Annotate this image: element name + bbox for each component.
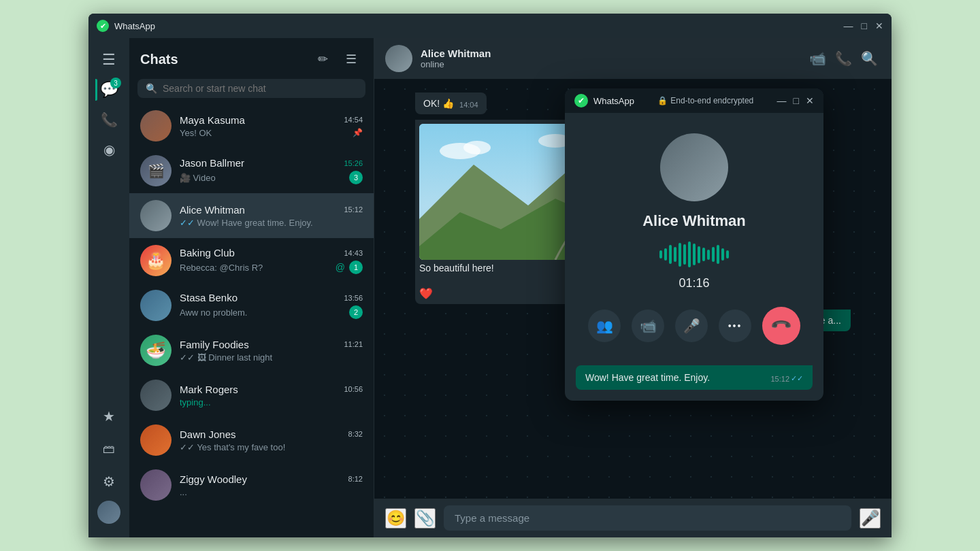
end-call-icon: 📞 [770, 314, 794, 338]
participants-icon: 👥 [596, 318, 613, 334]
star-icon: ★ [103, 408, 115, 424]
chat-time: 11:21 [344, 340, 363, 348]
call-titlebar-controls: — □ ✕ [777, 96, 814, 105]
call-video-button[interactable]: 📹 [632, 310, 664, 342]
chat-list: Maya Kasuma 14:54 Yes! OK 📌 🎬 [129, 103, 374, 537]
contact-avatar [385, 45, 412, 72]
user-avatar[interactable] [97, 501, 120, 524]
chat-item-alice[interactable]: Alice Whitman 15:12 ✓✓ Wow! Have great t… [129, 193, 374, 238]
call-message-time-value: 15:12 [770, 375, 789, 383]
wave-bar [717, 245, 719, 264]
attach-button[interactable]: 📎 [414, 508, 436, 529]
voice-call-button[interactable]: 📞 [832, 47, 855, 70]
filter-button[interactable]: ☰ [340, 48, 363, 71]
sidebar-bottom: ★ 🗃 ⚙ [95, 403, 122, 529]
search-messages-button[interactable]: 🔍 [858, 47, 881, 70]
titlebar-left: ✔ WhatsApp [97, 20, 155, 32]
chat-avatar-mark [140, 380, 172, 411]
chat-item-jason[interactable]: 🎬 Jason Ballmer 15:26 🎥 Video 3 [129, 148, 374, 193]
chat-item-family[interactable]: 🍜 Family Foodies 11:21 ✓✓ 🖼 Dinner last … [129, 328, 374, 373]
chat-time: 8:12 [348, 475, 363, 483]
wave-bar [693, 244, 696, 265]
menu-icon-button[interactable]: ☰ [95, 46, 122, 73]
chat-item-ziggy[interactable]: Ziggy Woodley 8:12 ... [129, 463, 374, 507]
chat-name-row: Mark Rogers 10:56 [180, 384, 363, 395]
chat-avatar-jason: 🎬 [140, 155, 172, 186]
wave-bar [659, 250, 662, 258]
chat-item-dawn[interactable]: Dawn Jones 8:32 ✓✓ Yes that's my fave to… [129, 418, 374, 463]
edit-icon: ✏ [318, 52, 328, 67]
call-mute-button[interactable]: 🎤 [675, 310, 708, 342]
chat-avatar-ziggy [140, 469, 172, 501]
chat-item-stasa[interactable]: Stasa Benko 13:56 Aww no problem. 2 [129, 283, 374, 328]
chat-name: Ziggy Woodley [180, 473, 247, 485]
chat-preview-row: Rebecca: @Chris R? @ 1 [180, 261, 363, 274]
participants-button[interactable]: 👥 [588, 310, 621, 342]
chat-info-maya: Maya Kasuma 14:54 Yes! OK 📌 [180, 114, 363, 138]
close-button[interactable]: ✕ [875, 21, 883, 31]
call-close-button[interactable]: ✕ [806, 96, 814, 105]
unread-badge: 1 [349, 261, 363, 274]
sidebar-top: ☰ 💬 3 📞 ◉ [95, 46, 122, 397]
chat-name: Family Foodies [180, 339, 249, 350]
settings-button[interactable]: ⚙ [95, 468, 122, 495]
mention-badge: @ [336, 262, 345, 273]
call-maximize-button[interactable]: □ [794, 96, 799, 105]
topbar-icons: 📹 📞 🔍 [806, 47, 881, 70]
end-call-button[interactable]: 📞 [762, 307, 800, 345]
wave-bar [688, 241, 691, 267]
wave-bar [664, 248, 667, 261]
maximize-button[interactable]: □ [862, 21, 867, 31]
call-encryption: 🔒 End-to-end endcrypted [657, 96, 753, 105]
chat-name: Alice Whitman [180, 204, 245, 216]
chat-name-row: Stasa Benko 13:56 [180, 292, 363, 303]
message-ok: OK! 👍 14:04 [415, 93, 487, 114]
call-minimize-button[interactable]: — [777, 96, 787, 105]
call-overlay: ✔ WhatsApp 🔒 End-to-end endcrypted — □ ✕… [565, 88, 823, 401]
contact-status: online [421, 59, 491, 69]
chat-preview-row: ... [180, 487, 363, 497]
status-nav-button[interactable]: ◉ [95, 136, 122, 163]
chat-name: Baking Club [180, 247, 235, 258]
emoji-button[interactable]: 😊 [385, 508, 406, 529]
search-input[interactable] [163, 83, 357, 94]
chat-avatar-alice [140, 200, 172, 231]
contact-name: Alice Whitman [421, 48, 491, 59]
chat-name: Stasa Benko [180, 292, 238, 303]
new-chat-button[interactable]: ✏ [311, 48, 334, 71]
calls-nav-button[interactable]: 📞 [95, 106, 122, 133]
calls-icon: 📞 [101, 112, 118, 128]
sidebar: ☰ 💬 3 📞 ◉ ★ [88, 38, 129, 537]
call-message-text: Wow! Have great time. Enjoy. [585, 372, 710, 383]
call-titlebar: ✔ WhatsApp 🔒 End-to-end endcrypted — □ ✕ [565, 88, 823, 113]
mic-button[interactable]: 🎤 [860, 508, 881, 529]
wave-bar [683, 244, 686, 265]
starred-button[interactable]: ★ [95, 403, 122, 430]
chat-name-row: Maya Kasuma 14:54 [180, 114, 363, 126]
read-receipt-icon: ✓✓ [791, 374, 803, 383]
call-more-button[interactable]: ••• [719, 310, 751, 342]
chat-item-mark[interactable]: Mark Rogers 10:56 typing... [129, 373, 374, 418]
unread-badge: 2 [349, 305, 363, 319]
chat-info-mark: Mark Rogers 10:56 typing... [180, 384, 363, 407]
video-call-button[interactable]: 📹 [806, 47, 829, 70]
chat-name-row: Baking Club 14:43 [180, 247, 363, 258]
chat-item-baking[interactable]: 🎂 Baking Club 14:43 Rebecca: @Chris R? @… [129, 238, 374, 283]
chat-preview-row: ✓✓ Yes that's my fave too! [180, 442, 363, 452]
minimize-button[interactable]: — [844, 21, 853, 31]
message-input[interactable] [444, 505, 851, 531]
chat-item-maya[interactable]: Maya Kasuma 14:54 Yes! OK 📌 [129, 103, 374, 148]
wave-bar [712, 247, 715, 262]
chats-nav-button[interactable]: 💬 3 [95, 76, 122, 103]
message-time: 14:04 [459, 101, 478, 109]
wave-bar [707, 250, 710, 260]
chats-badge: 3 [110, 78, 121, 88]
chats-title: Chats [140, 52, 178, 67]
chats-header: Chats ✏ ☰ [129, 38, 374, 76]
archived-button[interactable]: 🗃 [95, 435, 122, 463]
call-timer: 01:16 [679, 276, 709, 290]
encryption-label: End-to-end endcrypted [670, 96, 753, 105]
chat-name-row: Alice Whitman 15:12 [180, 204, 363, 216]
chat-preview: ✓✓ Wow! Have great time. Enjoy. [180, 218, 363, 228]
svg-point-4 [463, 141, 491, 154]
